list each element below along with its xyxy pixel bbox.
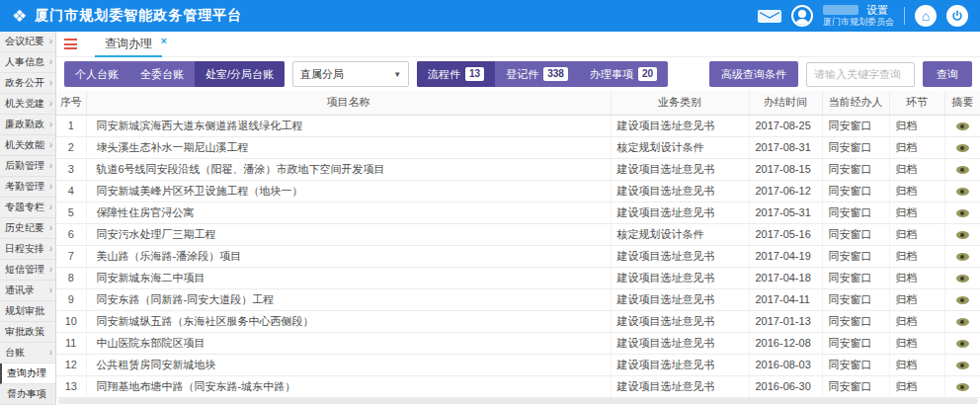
sidebar-item-9[interactable]: 历史纪要› <box>0 218 55 239</box>
table-row[interactable]: 5保障性住房官浔公寓建设项目选址意见书2017-05-31同安窗口归档 <box>56 202 980 223</box>
sidebar-item-label: 审批政策 <box>5 322 44 342</box>
view-summary-icon[interactable] <box>956 166 969 174</box>
table-row[interactable]: 12公共租赁房同安新城地块建设项目选址意见书2016-08-03同安窗口归档 <box>56 354 980 375</box>
category-button-label: 办理事项 <box>590 67 633 82</box>
scope-button-0[interactable]: 个人台账 <box>64 61 129 87</box>
view-summary-icon[interactable] <box>956 144 969 152</box>
cell-name: 同安新城美峰片区环卫设施工程（地块一） <box>86 180 611 202</box>
tab-query-handle[interactable]: 查询办理 × <box>93 32 164 57</box>
horizontal-scrollbar[interactable] <box>58 398 978 404</box>
table-row[interactable]: 8同安新城东海二中项目建设项目选址意见书2017-04-18同安窗口归档 <box>56 267 980 288</box>
cell-type: 建设项目选址意见书 <box>611 267 749 288</box>
scope-button-1[interactable]: 全委台账 <box>129 61 195 87</box>
sidebar-item-4[interactable]: 廉政勤政› <box>0 115 55 135</box>
sidebar-item-2[interactable]: 政务公开› <box>0 73 55 94</box>
cell-type: 建设项目选址意见书 <box>611 180 749 202</box>
cell-date: 2017-08-25 <box>749 115 822 136</box>
column-header-0: 序号 <box>56 91 86 115</box>
tab-close-icon[interactable]: × <box>161 29 167 53</box>
table-row[interactable]: 1同安新城滨海西大道东侧道路退线绿化工程建设项目选址意见书2017-08-25同… <box>56 115 980 136</box>
sidebar-item-label: 会议纪要 <box>5 32 44 51</box>
sidebar-item-5[interactable]: 机关效能› <box>0 135 55 156</box>
sidebar-item-label: 政务公开 <box>5 73 44 93</box>
sidebar-item-6[interactable]: 后勤管理› <box>0 156 55 177</box>
view-summary-icon[interactable] <box>956 231 969 239</box>
view-summary-icon[interactable] <box>956 122 969 130</box>
home-button[interactable]: ⌂ <box>915 5 937 27</box>
cell-view <box>944 223 980 245</box>
view-summary-icon[interactable] <box>956 383 969 391</box>
view-summary-icon[interactable] <box>956 253 969 261</box>
cell-no: 7 <box>56 245 86 267</box>
table-row[interactable]: 6同安污水处理厂三期工程核定规划设计条件2017-05-16同安窗口归档 <box>56 223 980 245</box>
category-button-1[interactable]: 登记件338 <box>495 61 579 87</box>
sidebar-item-11[interactable]: 短信管理› <box>0 260 55 281</box>
cell-no: 11 <box>56 332 86 354</box>
category-button-2[interactable]: 办理事项20 <box>579 61 668 87</box>
sidebar-item-10[interactable]: 日程安排› <box>0 239 55 260</box>
tab-list-toggle-icon[interactable] <box>64 39 77 49</box>
settings-link[interactable]: 设置 <box>866 4 888 18</box>
table-row[interactable]: 10同安新城纵五路（东海社区服务中心西侧段）建设项目选址意见书2017-01-1… <box>56 310 980 332</box>
sidebar-item-8[interactable]: 专题专栏› <box>0 198 55 218</box>
sidebar-item-3[interactable]: 机关党建› <box>0 94 55 115</box>
view-summary-icon[interactable] <box>956 209 969 217</box>
main-content: 查询办理 × 个人台账全委台账处室/分局台账 直属分局 ▼ 流程件13登记件33… <box>56 32 980 405</box>
category-button-group: 流程件13登记件338办理事项20 <box>417 61 668 87</box>
message-icon[interactable] <box>758 10 781 23</box>
cell-step: 归档 <box>889 267 944 288</box>
sidebar-item-14[interactable]: 审批政策 <box>0 322 55 343</box>
table-row[interactable]: 7美山路（乐海路-潘涂段）项目建设项目选址意见书2017-04-19同安窗口归档 <box>56 245 980 267</box>
sidebar-item-7[interactable]: 考勤管理› <box>0 177 55 198</box>
sidebar-item-0[interactable]: 会议纪要› <box>0 32 55 52</box>
cell-handler: 同安窗口 <box>822 202 889 223</box>
sidebar-item-label: 查询办理 <box>7 364 46 383</box>
sidebar-item-13[interactable]: 规划审批 <box>0 301 55 322</box>
table-row[interactable]: 3轨道6号线同安段沿线（阳翟、潘涂）市政地下空间开发项目建设项目选址意见书201… <box>56 158 980 180</box>
cell-date: 2017-05-16 <box>749 223 822 245</box>
sidebar-item-1[interactable]: 人事信息› <box>0 52 55 73</box>
sidebar-item-15[interactable]: 台账› <box>0 343 55 364</box>
view-summary-icon[interactable] <box>956 362 969 369</box>
sidebar-item-label: 考勤管理 <box>5 177 44 197</box>
scope-button-2[interactable]: 处室/分局台账 <box>195 61 285 87</box>
column-header-6: 摘要 <box>944 91 980 115</box>
advanced-query-button[interactable]: 高级查询条件 <box>709 61 798 87</box>
cell-handler: 同安窗口 <box>822 310 889 332</box>
table-row[interactable]: 13同翔基地布塘中路（同安东路-城东中路）建设项目选址意见书2016-06-30… <box>56 375 980 397</box>
sidebar-item-label: 专题专栏 <box>5 198 44 217</box>
table-row[interactable]: 4同安新城美峰片区环卫设施工程（地块一）建设项目选址意见书2017-06-12同… <box>56 180 980 202</box>
sidebar-item-17[interactable]: 督办事项 <box>0 384 55 405</box>
chevron-right-icon: › <box>49 57 52 67</box>
cell-type: 建设项目选址意见书 <box>611 202 749 223</box>
user-block: 设置 厦门市规划委员会 <box>823 4 894 29</box>
cell-step: 归档 <box>889 115 944 136</box>
sidebar-item-label: 督办事项 <box>7 384 46 404</box>
cell-handler: 同安窗口 <box>822 288 889 310</box>
cell-view <box>944 245 980 267</box>
sidebar-item-label: 规划审批 <box>5 301 44 321</box>
cell-date: 2017-01-13 <box>749 310 822 332</box>
department-select[interactable]: 直属分局 ▼ <box>292 61 409 87</box>
view-summary-icon[interactable] <box>956 318 969 326</box>
cell-name: 轨道6号线同安段沿线（阳翟、潘涂）市政地下空间开发项目 <box>86 158 611 180</box>
keyword-search-input[interactable] <box>806 62 915 87</box>
logout-button[interactable] <box>946 5 968 27</box>
query-button[interactable]: 查询 <box>923 61 972 87</box>
cell-step: 归档 <box>889 158 944 180</box>
category-button-0[interactable]: 流程件13 <box>417 61 495 87</box>
table-row[interactable]: 11中山医院东部院区项目建设项目选址意见书2016-12-08同安窗口归档 <box>56 332 980 354</box>
sidebar-item-12[interactable]: 通讯录› <box>0 281 55 301</box>
cell-name: 埭头溪生态补水一期尼山溪工程 <box>86 136 611 158</box>
table-row[interactable]: 2埭头溪生态补水一期尼山溪工程核定规划设计条件2017-08-31同安窗口归档 <box>56 136 980 158</box>
user-avatar-icon[interactable] <box>791 5 813 27</box>
view-summary-icon[interactable] <box>956 275 969 283</box>
view-summary-icon[interactable] <box>956 188 969 196</box>
sidebar-item-16[interactable]: 查询办理 <box>0 364 55 384</box>
view-summary-icon[interactable] <box>956 340 969 348</box>
column-header-4: 当前经办人 <box>822 91 889 115</box>
view-summary-icon[interactable] <box>956 296 969 304</box>
cell-view <box>944 267 980 288</box>
table-row[interactable]: 9同安东路（同新路-同安大道段）工程建设项目选址意见书2017-04-11同安窗… <box>56 288 980 310</box>
cell-handler: 同安窗口 <box>822 332 889 354</box>
